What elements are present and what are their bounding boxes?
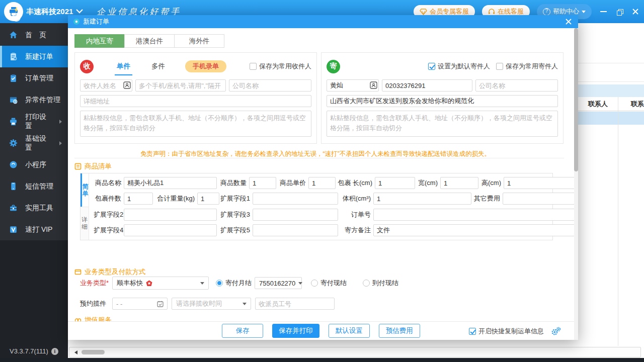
sender-row-2	[327, 95, 558, 107]
goods-package-count-input[interactable]	[124, 193, 153, 205]
minimize-button[interactable]	[599, 7, 608, 16]
sidebar-item-print-settings[interactable]: 打印设置	[0, 111, 68, 132]
goods-ext4-input[interactable]	[124, 224, 217, 236]
dialog-scrollbar-thumb[interactable]	[574, 28, 578, 171]
sender-paste-textarea[interactable]	[327, 111, 558, 137]
radio-pay-monthly[interactable]: 寄付月结	[216, 279, 252, 288]
goods-row-1: 商品名称 商品数量 商品单价 包裹 长(cm) 宽(cm) 高(cm)	[94, 177, 578, 189]
goods-tab-simple[interactable]: 简单	[80, 173, 89, 207]
goods-price-input[interactable]	[308, 177, 336, 189]
set-default-sender-checkbox[interactable]: 设置为默认寄件人	[428, 62, 490, 71]
sidebar-item-home[interactable]: 首 页	[0, 24, 68, 46]
restore-button[interactable]	[615, 7, 624, 16]
radio-icon	[311, 280, 318, 287]
tab-single-item[interactable]: 单件	[117, 62, 130, 71]
goods-tab-detail[interactable]: 详细	[80, 207, 89, 240]
sidebar-item-sms-manage[interactable]: 短信管理	[0, 175, 68, 197]
goods-box: 简单 详细 商品名称 商品数量 商品单价 包裹 长(cm) 宽(cm)	[80, 173, 553, 240]
table-column-divider	[618, 97, 618, 346]
goods-sender-remark-input[interactable]	[373, 224, 578, 236]
recipient-address-input[interactable]	[80, 95, 311, 107]
goods-other-fee-input[interactable]	[503, 193, 578, 205]
goods-order-no-input[interactable]	[373, 209, 578, 221]
monthly-account-select[interactable]: 7550162270	[255, 277, 302, 289]
goods-ext5-input[interactable]	[253, 224, 338, 236]
sidebar-item-sudavip[interactable]: 速打 VIP	[0, 219, 68, 240]
radio-pay-on-arrival[interactable]: 到付现结	[363, 279, 398, 288]
goods-length-input[interactable]	[375, 177, 415, 189]
business-type-select[interactable]: 顺丰标快	[112, 277, 209, 290]
caret-down-icon	[298, 282, 302, 285]
dialog-scrollbar[interactable]	[574, 28, 578, 340]
contact-book-icon[interactable]	[370, 81, 377, 89]
sidebar-item-order-manage[interactable]: 订单管理	[0, 67, 68, 89]
business-type-label: 业务类型*	[80, 279, 112, 288]
table-row-selected[interactable]	[578, 112, 644, 125]
recipient-company-input[interactable]	[229, 79, 311, 92]
sender-panel: 寄 设置为默认寄件人 保存为常用寄件人	[321, 52, 564, 144]
sender-header: 寄 设置为默认寄件人 保存为常用寄件人	[327, 57, 558, 76]
quick-copy-checkbox[interactable]: 开启快捷复制运单信息	[469, 327, 544, 336]
sidebar-item-basic-settings[interactable]: 基础设置	[0, 132, 68, 154]
scroll-left-icon[interactable]	[74, 350, 77, 354]
goods-mode-tabs: 简单 详细	[80, 173, 89, 240]
calendar-icon	[157, 301, 164, 307]
sidebar-item-label: 首 页	[25, 31, 46, 40]
sender-address-input[interactable]	[327, 95, 558, 107]
info-icon[interactable]: i	[51, 348, 58, 355]
sender-phone-input[interactable]	[382, 79, 472, 92]
recipient-phone-input[interactable]	[135, 79, 226, 92]
goods-name-input[interactable]	[124, 177, 217, 189]
phone-icon	[9, 182, 18, 191]
close-window-button[interactable]	[631, 7, 640, 16]
save-common-recipient-checkbox[interactable]: 保存为常用收件人	[250, 62, 311, 71]
pickup-date-input[interactable]: - -	[112, 298, 168, 310]
tab-overseas[interactable]: 海外件	[174, 34, 224, 48]
tab-multi-item[interactable]: 多件	[151, 62, 165, 71]
sidebar-item-exception-manage[interactable]: 异常件管理	[0, 89, 68, 111]
question-icon	[543, 8, 550, 16]
sidebar: 首 页 新建订单 订单管理 异常件管理 打印设置 基础设置	[0, 23, 68, 362]
scrollbar-thumb[interactable]	[82, 350, 105, 354]
restore-icon	[617, 9, 622, 15]
horizontal-scrollbar[interactable]	[69, 347, 641, 357]
app-window: 丰速科技2021 企业信息化好帮手 会员专属客服 在线客服	[0, 0, 644, 362]
sender-company-input[interactable]	[475, 79, 558, 92]
submenu-arrow-icon	[59, 120, 62, 124]
mobile-entry-button[interactable]: 手机录单	[185, 60, 226, 72]
tab-mainland[interactable]: 内地互寄	[74, 34, 125, 48]
default-settings-button[interactable]: 默认设置	[329, 324, 370, 338]
goods-width-input[interactable]	[440, 177, 478, 189]
goods-qty-input[interactable]	[249, 177, 276, 189]
save-common-sender-checkbox[interactable]: 保存为常用寄件人	[496, 62, 558, 71]
save-and-print-button[interactable]: 保存并打印	[272, 324, 319, 338]
goods-weight-input[interactable]	[197, 193, 219, 205]
table-filter-band	[578, 84, 644, 97]
sidebar-item-new-order[interactable]: 新建订单	[0, 46, 68, 67]
save-button[interactable]: 保存	[222, 324, 263, 338]
dialog-close-button[interactable]	[564, 17, 573, 26]
goods-volume-input[interactable]	[373, 193, 471, 205]
sidebar-item-label: 异常件管理	[25, 96, 60, 105]
goods-height-input[interactable]	[504, 177, 578, 189]
field-label: 商品名称	[94, 178, 124, 188]
sidebar-item-tools[interactable]: 实用工具	[0, 197, 68, 219]
pickup-label: 预约揽件	[80, 299, 112, 308]
sender-row-1	[327, 79, 558, 92]
pickup-time-select[interactable]: 请选择揽收时间	[172, 298, 251, 310]
radio-pay-cash[interactable]: 寄付现结	[311, 279, 347, 288]
goods-ext2-input[interactable]	[124, 209, 217, 221]
contact-book-icon[interactable]	[123, 81, 131, 89]
estimate-fee-button[interactable]: 预估费用	[379, 324, 420, 338]
background-divider	[578, 81, 644, 82]
minimize-icon	[600, 11, 607, 12]
courier-id-input[interactable]	[255, 298, 335, 310]
field-label: 订单号	[338, 210, 373, 219]
recipient-paste-textarea[interactable]	[80, 111, 311, 137]
tab-hmt[interactable]: 港澳台件	[124, 34, 175, 48]
goods-ext1-input[interactable]	[253, 193, 338, 205]
goods-ext3-input[interactable]	[253, 209, 338, 221]
sidebar-item-miniprogram[interactable]: 小程序	[0, 154, 68, 175]
gears-settings-icon[interactable]	[551, 327, 561, 336]
chevron-down-icon[interactable]	[75, 9, 84, 14]
